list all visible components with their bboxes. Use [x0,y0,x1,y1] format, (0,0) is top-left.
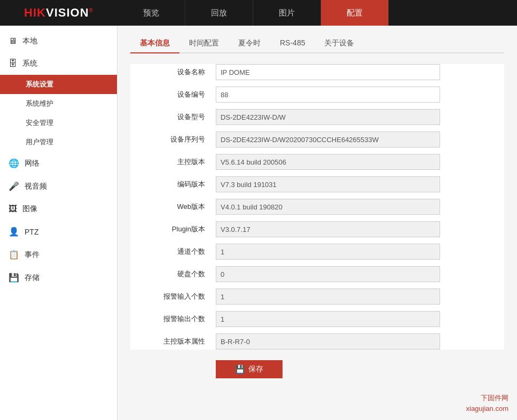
watermark: 下固件网 xiagujian.com [466,393,509,414]
form-label: Web版本 [130,202,216,212]
form-label: Plugin版本 [130,224,216,234]
nav-item-config[interactable]: 配置 [321,0,389,26]
form-row: 设备型号 [130,109,504,125]
event-icon: 📋 [9,250,19,260]
form-section: 设备名称设备编号设备型号设备序列号主控版本编码版本Web版本Plugin版本通道… [130,64,504,349]
form-label: 设备编号 [130,90,216,99]
form-input[interactable] [216,64,440,80]
form-input [216,333,440,349]
main-layout: 🖥本地🗄系统系统设置系统维护安全管理用户管理🌐网络🎤视音频🖼图像👤PTZ📋事件💾… [0,26,517,420]
form-label: 硬盘个数 [130,269,216,279]
content-area: 基本信息时间配置夏令时RS-485关于设备 设备名称设备编号设备型号设备序列号主… [118,26,517,420]
form-label: 设备型号 [130,112,216,122]
sidebar-item-video[interactable]: 🎤视音频 [0,175,117,198]
form-input [216,311,440,327]
tab-basic-info[interactable]: 基本信息 [130,34,179,53]
sidebar: 🖥本地🗄系统系统设置系统维护安全管理用户管理🌐网络🎤视音频🖼图像👤PTZ📋事件💾… [0,26,118,420]
form-label: 设备名称 [130,67,216,77]
form-row: 报警输出个数 [130,311,504,327]
form-label: 报警输出个数 [130,314,216,324]
logo-text: HIKVISION® [24,6,93,20]
tab-rs485[interactable]: RS-485 [270,34,315,53]
form-row: Web版本 [130,199,504,215]
save-button[interactable]: 💾 保存 [216,360,283,378]
sidebar-item-network[interactable]: 🌐网络 [0,152,117,175]
form-input [216,221,440,237]
form-row: 报警输入个数 [130,289,504,305]
form-label: 编码版本 [130,180,216,189]
nav-item-picture[interactable]: 图片 [253,0,321,26]
form-input [216,289,440,305]
local-icon: 🖥 [9,36,17,46]
sidebar-item-event[interactable]: 📋事件 [0,243,117,266]
sidebar-item-ptz[interactable]: 👤PTZ [0,220,117,243]
logo: HIKVISION® [0,0,118,26]
save-icon: 💾 [235,364,245,374]
sidebar-sub-security[interactable]: 安全管理 [0,113,117,133]
sidebar-item-local[interactable]: 🖥本地 [0,30,117,52]
sidebar-item-storage[interactable]: 💾存储 [0,266,117,289]
form-label: 主控版本属性 [130,337,216,346]
tab-dst[interactable]: 夏令时 [229,34,270,53]
image-icon: 🖼 [9,204,17,214]
sidebar-sub-system-maintenance[interactable]: 系统维护 [0,94,117,113]
tab-time-config[interactable]: 时间配置 [179,34,229,53]
system-icon: 🗄 [9,59,17,68]
storage-icon: 💾 [9,273,19,283]
form-input [216,131,440,147]
form-input [216,154,440,170]
form-row: 主控版本属性 [130,333,504,349]
nav-item-playback[interactable]: 回放 [185,0,253,26]
form-input [216,266,440,282]
nav-items: 预览回放图片配置 [118,0,517,26]
top-nav: HIKVISION® 预览回放图片配置 [0,0,517,26]
form-input [216,199,440,215]
network-icon: 🌐 [9,158,19,168]
tab-about[interactable]: 关于设备 [315,34,364,53]
ptz-icon: 👤 [9,227,19,237]
nav-item-preview[interactable]: 预览 [118,0,185,26]
form-row: 设备编号 [130,87,504,103]
form-row: Plugin版本 [130,221,504,237]
save-label: 保存 [248,364,263,374]
form-row: 主控版本 [130,154,504,170]
form-row: 硬盘个数 [130,266,504,282]
form-row: 设备序列号 [130,131,504,147]
form-label: 通道个数 [130,247,216,256]
sidebar-item-system[interactable]: 🗄系统 [0,52,117,75]
video-icon: 🎤 [9,181,19,191]
sidebar-sub-system-settings[interactable]: 系统设置 [0,75,117,94]
form-label: 报警输入个数 [130,292,216,301]
form-input [216,244,440,260]
form-input[interactable] [216,87,440,103]
sidebar-item-image[interactable]: 🖼图像 [0,198,117,220]
tabs: 基本信息时间配置夏令时RS-485关于设备 [130,34,504,53]
sidebar-sub-user[interactable]: 用户管理 [0,133,117,152]
form-label: 主控版本 [130,157,216,167]
form-row: 通道个数 [130,244,504,260]
form-input [216,109,440,125]
form-input [216,176,440,192]
form-row: 编码版本 [130,176,504,192]
form-row: 设备名称 [130,64,504,80]
form-label: 设备序列号 [130,135,216,144]
